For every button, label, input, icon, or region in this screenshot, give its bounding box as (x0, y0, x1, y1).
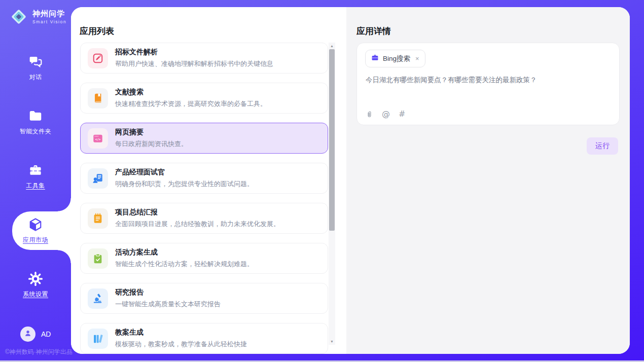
copyright-footer: ©神州数码·神州问学出品 (5, 348, 73, 356)
app-card-title: 项目总结汇报 (115, 208, 280, 217)
app-card-description: 明确身份和职责，为您提供专业性的面试问题。 (115, 179, 254, 189)
sidebar-item-label: 智能文件夹 (20, 127, 52, 136)
content-area: 应用列表 招标文件解析 帮助用户快速、准确地理解和解析招标书中的关键信息 (71, 7, 630, 354)
prompt-card: Bing搜索 × 今日湖北有哪些新闻要点？有哪些需要关注的最新政策？ @ # (356, 43, 620, 125)
toolbox-icon (28, 163, 43, 178)
app-card-list: 招标文件解析 帮助用户快速、准确地理解和解析招标书中的关键信息 文献搜索 快速精… (80, 43, 328, 354)
tag-label: Bing搜索 (383, 54, 410, 63)
book-icon (88, 88, 108, 108)
app-card-title: 招标文件解析 (115, 48, 273, 57)
app-card[interactable]: </> 网页摘要 每日政府新闻资讯快查。 (80, 123, 328, 154)
sidebar-item-label: 工具集 (26, 182, 45, 190)
webpage-icon: </> (88, 128, 108, 149)
sidebar: 神州问学 Smart Vision 对话 智能文件夹 (0, 0, 71, 362)
brand-logo-diamond-icon (9, 7, 28, 26)
brand: 神州问学 Smart Vision (9, 7, 66, 26)
sidebar-item[interactable]: 应用市场 (0, 215, 71, 246)
app-card-description: 智能生成个性化活动方案，轻松解决规划难题。 (115, 260, 254, 269)
scroll-down-arrow-icon[interactable]: ▼ (329, 338, 335, 345)
avatar (20, 327, 35, 342)
sidebar-item-label: 对话 (29, 73, 42, 82)
sidebar-item-label: 应用市场 (23, 236, 48, 244)
app-list-panel: 应用列表 招标文件解析 帮助用户快速、准确地理解和解析招标书中的关键信息 (71, 7, 346, 354)
app-card-description: 每日政府新闻资讯快查。 (115, 139, 188, 149)
app-list-title: 应用列表 (80, 25, 114, 37)
app-card-description: 快速精准查找学术资源，提高研究效率的必备工具。 (115, 99, 267, 108)
app-card[interactable]: 招标文件解析 帮助用户快速、准确地理解和解析招标书中的关键信息 (80, 43, 328, 74)
app-card-title: 产品经理面试官 (115, 168, 254, 177)
books-icon (88, 329, 108, 349)
clipboard-check-icon (88, 248, 108, 269)
scroll-up-arrow-icon[interactable]: ▲ (329, 43, 335, 49)
app-card[interactable]: 活动方案生成 智能生成个性化活动方案，轻松解决规划难题。 (80, 243, 328, 274)
sidebar-item[interactable]: 智能文件夹 (0, 106, 71, 138)
hash-icon[interactable]: # (399, 110, 405, 118)
person-icon (24, 329, 32, 339)
sidebar-nav: 对话 智能文件夹 工具集 应用市场 (0, 52, 71, 301)
app-card[interactable]: 项目总结汇报 全面回顾项目进展，总结经验教训，助力未来优化发展。 (80, 203, 328, 234)
chat-icon (28, 54, 43, 69)
paperclip-icon[interactable] (366, 111, 373, 118)
attachment-toolbar: @ # (366, 110, 405, 118)
sidebar-item[interactable]: 工具集 (0, 161, 71, 192)
scrollbar-thumb[interactable] (329, 49, 335, 231)
briefcase-icon (371, 54, 379, 63)
at-icon[interactable]: @ (382, 110, 390, 118)
sidebar-item-label: 系统设置 (23, 290, 48, 299)
user-account[interactable]: AD (20, 327, 51, 342)
app-card-title: 文献搜索 (115, 88, 267, 97)
sidebar-item[interactable]: 对话 (0, 52, 71, 84)
svg-text:</>: </> (95, 137, 101, 141)
sidebar-item[interactable]: 系统设置 (0, 269, 71, 301)
app-card-title: 网页摘要 (115, 128, 188, 137)
run-button[interactable]: 运行 (587, 137, 618, 155)
edit-doc-icon (88, 48, 108, 68)
microscope-icon (88, 288, 108, 309)
app-card[interactable]: 教案生成 模板驱动，教案秒成，教学准备从此轻松快捷 (80, 323, 328, 354)
folder-icon (28, 108, 43, 124)
app-detail-title: 应用详情 (356, 25, 391, 37)
app-card-title: 研究报告 (115, 288, 221, 297)
report-note-icon (88, 208, 108, 229)
bing-search-tag[interactable]: Bing搜索 × (365, 50, 425, 67)
cube-icon (28, 217, 43, 232)
list-scrollbar[interactable]: ▲ ▼ (329, 43, 335, 345)
tag-close-icon[interactable]: × (415, 55, 419, 62)
app-card-description: 全面回顾项目进展，总结经验教训，助力未来优化发展。 (115, 220, 280, 229)
prompt-text[interactable]: 今日湖北有哪些新闻要点？有哪些需要关注的最新政策？ (366, 76, 611, 85)
app-card-description: 一键智能生成高质量长文本研究报告 (115, 300, 221, 309)
app-card-title: 教案生成 (115, 328, 247, 337)
app-card[interactable]: 研究报告 一键智能生成高质量长文本研究报告 (80, 283, 328, 314)
user-name: AD (41, 330, 51, 338)
brand-subtitle: Smart Vision (32, 19, 66, 24)
app-card[interactable]: 产品经理面试官 明确身份和职责，为您提供专业性的面试问题。 (80, 163, 328, 194)
app-window: 神州问学 Smart Vision 对话 智能文件夹 (0, 0, 644, 362)
app-card-title: 活动方案生成 (115, 248, 254, 257)
brand-name: 神州问学 (32, 9, 66, 18)
app-card-description: 帮助用户快速、准确地理解和解析招标书中的关键信息 (115, 59, 273, 68)
app-detail-panel: 应用详情 Bing搜索 × 今日湖北有哪些新闻要点？有哪些需要关注的最新政策？ … (346, 7, 630, 354)
app-card-description: 模板驱动，教案秒成，教学准备从此轻松快捷 (115, 340, 247, 349)
interview-icon (88, 168, 108, 189)
app-card[interactable]: 文献搜索 快速精准查找学术资源，提高研究效率的必备工具。 (80, 83, 328, 114)
gear-icon (28, 271, 43, 286)
